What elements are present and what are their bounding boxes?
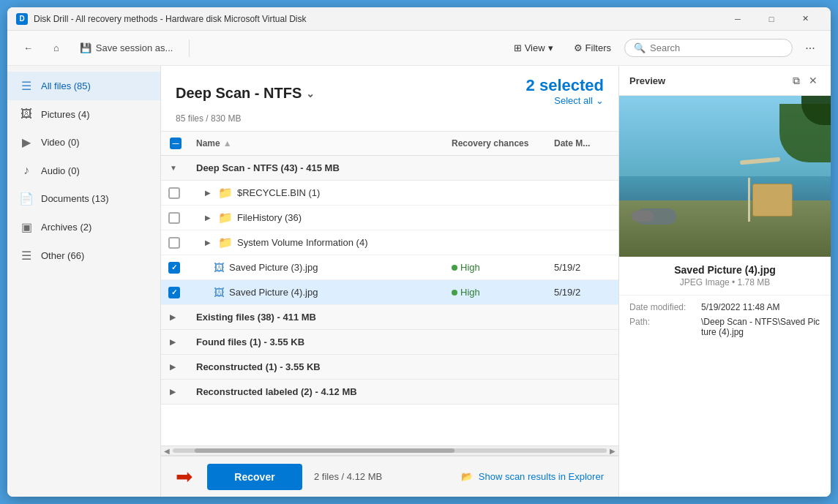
table-row[interactable]: 🖼 Saved Picture (4).jpg High 5/19/2 bbox=[161, 280, 618, 305]
sidebar-item-video[interactable]: ▶ Video (0) bbox=[7, 128, 160, 157]
sidebar-item-archives[interactable]: ▣ Archives (2) bbox=[7, 213, 160, 241]
row-date-cell: 5/19/2 bbox=[545, 284, 618, 301]
sidebar-item-label: Archives (2) bbox=[41, 222, 91, 233]
expand-icon[interactable]: ▶ bbox=[205, 238, 214, 247]
expand-icon[interactable]: ▶ bbox=[205, 189, 214, 197]
row-checkbox[interactable] bbox=[168, 212, 180, 224]
group-expand-icon: ▶ bbox=[170, 313, 179, 321]
title-row: Deep Scan - NTFS ⌄ 2 selected Select all… bbox=[176, 76, 604, 110]
group-deep-scan[interactable]: ▼ Deep Scan - NTFS (43) - 415 MB bbox=[161, 156, 618, 181]
preview-filename: Saved Picture (4).jpg bbox=[619, 257, 831, 277]
folder-icon: 📁 bbox=[218, 186, 233, 200]
close-button[interactable]: ✕ bbox=[788, 7, 822, 31]
explorer-icon: 📂 bbox=[461, 471, 473, 482]
table-area: Name ▲ Recovery chances Date M... ▼ bbox=[161, 132, 618, 456]
show-in-explorer-button[interactable]: 📂 Show scan results in Explorer bbox=[461, 471, 604, 482]
scroll-left-icon[interactable]: ◀ bbox=[164, 447, 170, 455]
sidebar-item-audio[interactable]: ♪ Audio (0) bbox=[7, 157, 160, 184]
window-title: Disk Drill - All recovery methods - Hard… bbox=[34, 14, 721, 24]
sidebar-item-label: Pictures (4) bbox=[41, 109, 89, 120]
scrollbar-track bbox=[173, 448, 607, 453]
other-icon: ☰ bbox=[19, 249, 34, 263]
file-icon: 🖼 bbox=[214, 261, 225, 274]
titlebar-controls: ─ □ ✕ bbox=[721, 7, 822, 31]
row-checkbox[interactable] bbox=[168, 287, 180, 298]
preview-close-button[interactable]: ✕ bbox=[806, 73, 820, 88]
table-row[interactable]: 🖼 Saved Picture (3).jpg High 5/19/2 bbox=[161, 255, 618, 280]
group-reconstructed[interactable]: ▶ Reconstructed (1) - 3.55 KB bbox=[161, 355, 618, 380]
save-icon: 💾 bbox=[80, 42, 91, 53]
path-value: \Deep Scan - NTFS\Saved Picture (4).jpg bbox=[701, 317, 820, 337]
maximize-button[interactable]: □ bbox=[755, 7, 788, 31]
table-row[interactable]: ▶ 📁 System Volume Information (4) bbox=[161, 230, 618, 255]
row-checkbox[interactable] bbox=[168, 187, 180, 199]
row-name-cell: ▶ 📁 System Volume Information (4) bbox=[187, 233, 443, 252]
header-checkbox[interactable] bbox=[170, 138, 182, 149]
sidebar-item-label: Audio (0) bbox=[41, 165, 80, 176]
group-expand-cell: ▶ bbox=[161, 360, 187, 374]
search-input[interactable] bbox=[650, 42, 783, 53]
group-found-files[interactable]: ▶ Found files (1) - 3.55 KB bbox=[161, 330, 618, 355]
group-existing-files[interactable]: ▶ Existing files (38) - 411 MB bbox=[161, 305, 618, 330]
row-name: Saved Picture (3).jpg bbox=[229, 262, 318, 273]
pictures-icon: 🖼 bbox=[19, 108, 34, 121]
row-checkbox-cell bbox=[161, 184, 187, 202]
sidebar-item-other[interactable]: ☰ Other (66) bbox=[7, 241, 160, 270]
filters-icon: ⚙ bbox=[574, 42, 583, 53]
th-name: Name ▲ bbox=[187, 132, 443, 155]
select-all-dropdown-icon: ⌄ bbox=[596, 95, 604, 106]
search-icon: 🔍 bbox=[634, 42, 646, 53]
table-row[interactable]: ▶ 📁 FileHistory (36) bbox=[161, 206, 618, 230]
horizontal-scrollbar[interactable]: ◀ ▶ bbox=[161, 445, 618, 456]
search-box[interactable]: 🔍 bbox=[624, 39, 793, 57]
row-name-cell: ▶ 📁 FileHistory (36) bbox=[187, 208, 443, 227]
preview-header: Preview ⧉ ✕ bbox=[619, 66, 831, 96]
preview-date-row: Date modified: 5/19/2022 11:48 AM bbox=[629, 300, 820, 315]
sidebar-item-pictures[interactable]: 🖼 Pictures (4) bbox=[7, 100, 160, 128]
more-button[interactable]: ··· bbox=[798, 37, 822, 60]
back-button[interactable]: ← bbox=[16, 38, 40, 58]
row-recovery-cell bbox=[443, 190, 545, 196]
scroll-right-icon[interactable]: ▶ bbox=[610, 447, 616, 455]
path-label: Path: bbox=[629, 317, 695, 337]
row-checkbox-cell bbox=[161, 284, 187, 301]
arrow-indicator: ➡ bbox=[176, 464, 192, 489]
group-expand-cell: ▼ bbox=[161, 161, 187, 175]
scrollbar-thumb[interactable] bbox=[195, 448, 455, 453]
row-recovery-cell bbox=[443, 215, 545, 221]
home-button[interactable]: ⌂ bbox=[46, 38, 67, 58]
video-icon: ▶ bbox=[19, 135, 34, 149]
select-all-label: Select all bbox=[554, 95, 593, 106]
view-icon: ⊞ bbox=[514, 42, 522, 53]
copy-icon[interactable]: ⧉ bbox=[793, 75, 800, 87]
sidebar-item-documents[interactable]: 📄 Documents (13) bbox=[7, 184, 160, 213]
select-all-row[interactable]: Select all ⌄ bbox=[526, 95, 604, 110]
save-session-button[interactable]: 💾 Save session as... bbox=[72, 38, 181, 58]
minimize-button[interactable]: ─ bbox=[721, 7, 755, 31]
expand-icon[interactable]: ▶ bbox=[205, 214, 214, 222]
file-icon: 🖼 bbox=[214, 286, 225, 298]
row-checkbox-cell bbox=[161, 209, 187, 227]
group-label-cell: Reconstructed (1) - 3.55 KB bbox=[187, 358, 618, 375]
row-name-cell: ▶ 📁 $RECYCLE.BIN (1) bbox=[187, 183, 443, 203]
recovery-badge: High bbox=[452, 287, 480, 298]
recover-button[interactable]: Recover bbox=[207, 464, 302, 490]
preview-image bbox=[619, 96, 831, 257]
title-dropdown-icon[interactable]: ⌄ bbox=[306, 88, 315, 99]
image-scene bbox=[619, 96, 831, 257]
view-button[interactable]: ⊞ View ▾ bbox=[506, 39, 561, 57]
th-date: Date M... bbox=[545, 132, 618, 155]
row-name: FileHistory (36) bbox=[237, 212, 302, 223]
sidebar-item-all-files[interactable]: ☰ All files (85) bbox=[7, 72, 160, 100]
table-row[interactable]: ▶ 📁 $RECYCLE.BIN (1) bbox=[161, 181, 618, 206]
row-checkbox[interactable] bbox=[168, 237, 180, 249]
app-icon: D bbox=[16, 13, 28, 25]
sidebar-item-label: Other (66) bbox=[41, 250, 84, 261]
filters-button[interactable]: ⚙ Filters bbox=[566, 39, 618, 57]
row-name: Saved Picture (4).jpg bbox=[229, 287, 318, 298]
group-reconstructed-labeled[interactable]: ▶ Reconstructed labeled (2) - 4.12 MB bbox=[161, 380, 618, 405]
row-recovery-cell bbox=[443, 240, 545, 246]
group-expand-icon: ▶ bbox=[170, 388, 179, 396]
sidebar-item-label: All files (85) bbox=[41, 80, 91, 91]
row-checkbox[interactable] bbox=[168, 262, 180, 274]
